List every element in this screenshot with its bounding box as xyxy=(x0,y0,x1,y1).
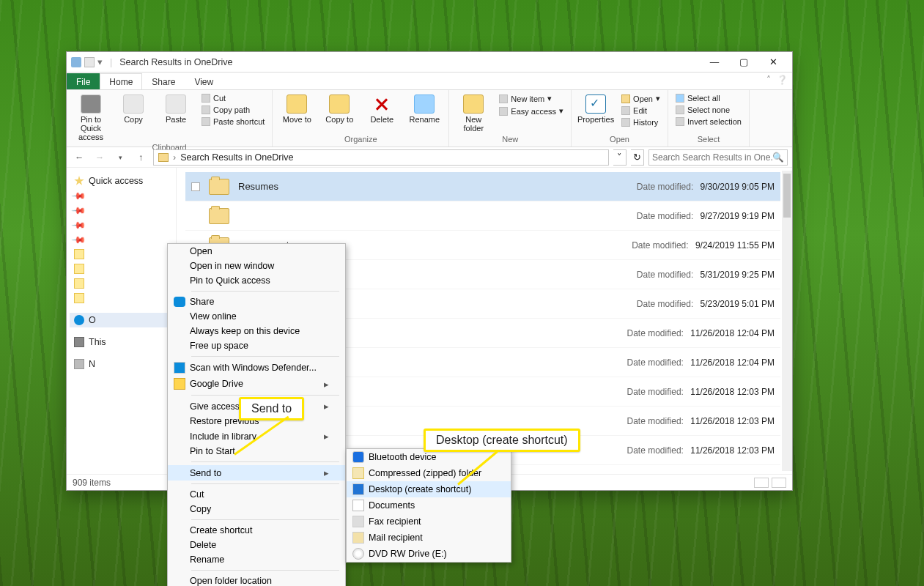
folder-icon xyxy=(209,208,229,224)
recent-icon xyxy=(74,264,84,274)
app-icon xyxy=(71,57,81,67)
ctx-share[interactable]: Share xyxy=(168,294,345,309)
group-organize-label: Organize xyxy=(277,135,444,145)
pc-icon xyxy=(74,337,84,347)
file-row[interactable]: ResumesDate modified: 9/30/2019 9:05 PM xyxy=(185,172,780,201)
sidebar-item-pinned[interactable]: 📌 xyxy=(70,232,173,247)
ctx-delete[interactable]: Delete xyxy=(168,538,345,552)
search-input[interactable] xyxy=(652,152,772,163)
ctx-open-location[interactable]: Open folder location xyxy=(168,574,345,586)
tab-home[interactable]: Home xyxy=(100,73,142,89)
sidebar-item-recent[interactable] xyxy=(70,247,173,262)
breadcrumb[interactable]: › Search Results in OneDrive xyxy=(153,149,609,166)
search-icon: 🔍 xyxy=(772,152,784,163)
copy-path-button[interactable]: Copy path xyxy=(199,105,267,115)
qat-icon[interactable] xyxy=(84,57,95,67)
sidebar-item-network[interactable]: N xyxy=(70,357,173,371)
recent-icon xyxy=(74,293,84,303)
ctx-create-shortcut[interactable]: Create shortcut xyxy=(168,523,345,538)
group-select-label: Select xyxy=(673,135,744,145)
refresh-button[interactable]: ↻ xyxy=(631,149,644,166)
nav-up-button[interactable]: ↑ xyxy=(133,149,149,166)
ctx-open[interactable]: Open xyxy=(168,244,345,259)
view-icons-button[interactable] xyxy=(772,478,786,488)
ctx-defender[interactable]: Scan with Windows Defender... xyxy=(168,360,345,376)
search-box[interactable]: 🔍 xyxy=(648,149,788,166)
ctx-view-online[interactable]: View online xyxy=(168,309,345,324)
collapse-ribbon-icon[interactable]: ˄ xyxy=(766,75,771,85)
google-drive-icon xyxy=(174,378,185,390)
sidebar-item-pinned[interactable]: 📌 xyxy=(70,203,173,218)
sendto-zip[interactable]: Compressed (zipped) folder xyxy=(347,465,511,481)
folder-icon xyxy=(209,179,229,195)
pin-quick-button[interactable]: Pin to Quick access xyxy=(71,93,111,143)
paste-button[interactable]: Paste xyxy=(156,93,196,125)
new-item-button[interactable]: New item ▾ xyxy=(496,93,566,104)
pin-icon: 📌 xyxy=(72,232,86,247)
ctx-free-up[interactable]: Free up space xyxy=(168,338,345,353)
copy-to-button[interactable]: Copy to xyxy=(319,93,359,125)
fax-icon xyxy=(352,516,364,527)
qat-dropdown[interactable]: ▾ xyxy=(97,56,103,67)
cut-button[interactable]: Cut xyxy=(199,93,267,103)
maximize-button[interactable]: ▢ xyxy=(729,52,758,73)
sidebar-item-recent[interactable] xyxy=(70,262,173,276)
ctx-rename[interactable]: Rename xyxy=(168,552,345,567)
paste-shortcut-button[interactable]: Paste shortcut xyxy=(199,116,267,127)
group-open-label: Open xyxy=(576,135,663,145)
sendto-desktop-shortcut[interactable]: Desktop (create shortcut) xyxy=(347,481,511,497)
move-to-button[interactable]: Move to xyxy=(277,93,317,125)
delete-button[interactable]: Delete xyxy=(362,93,402,125)
sidebar-item-recent[interactable] xyxy=(70,276,173,291)
ctx-always-keep[interactable]: Always keep on this device xyxy=(168,324,345,338)
ctx-send-to[interactable]: Send to▸ xyxy=(168,465,345,481)
address-dropdown[interactable]: ˅ xyxy=(613,149,627,166)
nav-pane: Quick access 📌 📌 📌 📌 O This N xyxy=(67,168,177,474)
sendto-documents[interactable]: Documents xyxy=(347,497,511,513)
invert-selection-button[interactable]: Invert selection xyxy=(673,116,744,127)
copy-button[interactable]: Copy xyxy=(114,93,153,125)
nav-back-button[interactable]: ← xyxy=(71,149,87,166)
tab-file[interactable]: File xyxy=(67,73,100,89)
ctx-open-new-window[interactable]: Open in new window xyxy=(168,259,345,273)
easy-access-button[interactable]: Easy access ▾ xyxy=(496,105,566,116)
ctx-include-library[interactable]: Include in library▸ xyxy=(168,429,345,444)
sidebar-item-pinned[interactable]: 📌 xyxy=(70,218,173,232)
tab-view[interactable]: View xyxy=(185,73,223,89)
ctx-google-drive[interactable]: Google Drive▸ xyxy=(168,376,345,392)
close-button[interactable]: ✕ xyxy=(758,52,788,73)
edit-button[interactable]: Edit xyxy=(618,105,663,116)
checkbox[interactable] xyxy=(191,182,200,191)
rename-button[interactable]: Rename xyxy=(404,93,444,125)
view-details-button[interactable] xyxy=(754,478,769,488)
sidebar-item-onedrive[interactable]: O xyxy=(70,313,173,327)
sidebar-item-recent[interactable] xyxy=(70,291,173,305)
minimize-button[interactable]: — xyxy=(700,52,729,73)
nav-recent-button[interactable]: ▾ xyxy=(112,149,128,166)
sendto-dvd[interactable]: DVD RW Drive (E:) xyxy=(347,546,511,562)
ctx-pin-start[interactable]: Pin to Start xyxy=(168,444,345,459)
ctx-pin-quick[interactable]: Pin to Quick access xyxy=(168,273,345,288)
sendto-fax[interactable]: Fax recipient xyxy=(347,513,511,530)
sendto-mail[interactable]: Mail recipient xyxy=(347,530,511,546)
select-none-button[interactable]: Select none xyxy=(673,105,744,115)
file-row[interactable]: xxxxxxxxxDate modified: 9/27/2019 9:19 P… xyxy=(185,201,780,231)
new-folder-button[interactable]: New folder xyxy=(454,93,493,134)
select-all-button[interactable]: Select all xyxy=(673,93,744,103)
nav-forward-button[interactable]: → xyxy=(92,149,108,166)
shield-icon xyxy=(174,362,185,374)
scrollbar[interactable] xyxy=(782,171,792,471)
open-button[interactable]: Open ▾ xyxy=(618,93,663,104)
ctx-cut[interactable]: Cut xyxy=(168,487,345,502)
sidebar-item-quick-access[interactable]: Quick access xyxy=(70,174,173,188)
sidebar-item-this-pc[interactable]: This xyxy=(70,335,173,349)
sidebar-item-pinned[interactable]: 📌 xyxy=(70,188,173,203)
date-modified: Date modified: 11/26/2018 12:04 PM xyxy=(627,328,775,338)
history-button[interactable]: History xyxy=(618,117,663,127)
tab-share[interactable]: Share xyxy=(142,73,185,89)
help-icon[interactable]: ❔ xyxy=(777,75,788,85)
breadcrumb-text: Search Results in OneDrive xyxy=(180,152,293,163)
properties-button[interactable]: Properties xyxy=(576,93,616,125)
date-modified: Date modified: 9/27/2019 9:19 PM xyxy=(637,211,775,221)
ctx-copy[interactable]: Copy xyxy=(168,502,345,516)
